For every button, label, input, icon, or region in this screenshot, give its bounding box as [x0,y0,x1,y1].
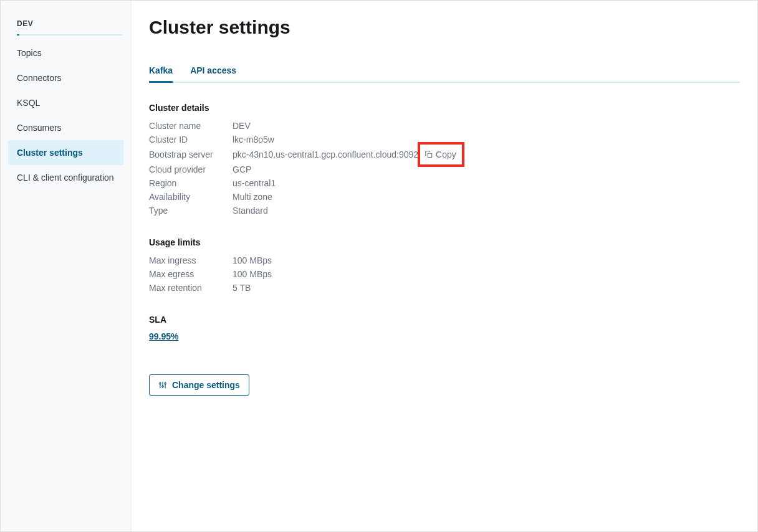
section-title: SLA [149,315,740,325]
tab-kafka[interactable]: Kafka [149,65,173,82]
section-title: Usage limits [149,237,740,247]
svg-point-5 [162,386,163,387]
kv-value: 100 MBps [233,267,272,281]
sidebar-item-cluster-settings[interactable]: Cluster settings [8,140,123,165]
row-region: Region us-central1 [149,176,740,190]
kv-label: Cluster ID [149,133,233,146]
kv-label: Max ingress [149,254,233,267]
kv-label: Type [149,204,233,217]
kv-value: GCP [233,163,251,176]
row-type: Type Standard [149,204,740,217]
sla-link[interactable]: 99.95% [149,331,178,341]
tabs: Kafka API access [149,65,740,83]
kv-label: Region [149,176,233,190]
copy-button[interactable]: Copy [422,146,459,163]
kv-label: Availability [149,190,233,204]
kv-label: Cloud provider [149,163,233,176]
settings-sliders-icon [158,381,167,389]
svg-rect-0 [428,153,431,157]
row-bootstrap-server: Bootstrap server pkc-43n10.us-central1.g… [149,146,740,163]
tab-api-access[interactable]: API access [190,65,236,82]
sidebar-item-label: CLI & client configuration [17,173,114,183]
section-cluster-details: Cluster details Cluster name DEV Cluster… [149,103,740,217]
main-content: Cluster settings Kafka API access Cluste… [132,1,757,531]
row-cluster-id: Cluster ID lkc-m8o5w [149,133,740,146]
kv-value: lkc-m8o5w [233,133,274,146]
copy-icon [425,150,433,159]
section-usage-limits: Usage limits Max ingress 100 MBps Max eg… [149,237,740,295]
page-title: Cluster settings [149,17,740,38]
kv-label: Max egress [149,267,233,281]
sidebar-item-label: Topics [17,48,42,58]
row-max-ingress: Max ingress 100 MBps [149,254,740,267]
svg-point-4 [160,383,161,384]
app-frame: DEV Topics Connectors KSQL Consumers Clu… [0,0,758,532]
sidebar-item-cli-client-config[interactable]: CLI & client configuration [1,165,131,190]
tab-label: API access [190,65,236,75]
sidebar-item-topics[interactable]: Topics [1,40,131,65]
sidebar-header-underline [17,34,122,36]
row-max-egress: Max egress 100 MBps [149,267,740,281]
kv-label: Max retention [149,281,233,295]
row-availability: Availability Multi zone [149,190,740,204]
sidebar-item-label: KSQL [17,98,40,108]
copy-label: Copy [436,148,456,161]
sidebar-item-consumers[interactable]: Consumers [1,115,131,140]
sidebar-item-label: Consumers [17,123,62,133]
kv-value: 100 MBps [233,254,272,267]
kv-value: 5 TB [233,281,251,295]
row-max-retention: Max retention 5 TB [149,281,740,295]
row-cluster-name: Cluster name DEV [149,119,740,133]
change-settings-button[interactable]: Change settings [149,374,249,396]
section-sla: SLA 99.95% [149,315,740,342]
sidebar-item-label: Cluster settings [17,148,83,158]
kv-value: Standard [233,204,268,217]
tab-label: Kafka [149,65,173,75]
kv-label: Bootstrap server [149,148,233,161]
sidebar: DEV Topics Connectors KSQL Consumers Clu… [1,1,132,531]
kv-value: pkc-43n10.us-central1.gcp.confluent.clou… [233,148,418,161]
sidebar-item-ksql[interactable]: KSQL [1,90,131,115]
kv-value: Multi zone [233,190,272,204]
section-title: Cluster details [149,103,740,113]
kv-value: DEV [233,119,251,133]
kv-value: us-central1 [233,176,276,190]
kv-label: Cluster name [149,119,233,133]
change-settings-label: Change settings [172,380,240,390]
sidebar-item-connectors[interactable]: Connectors [1,65,131,90]
sidebar-env-name: DEV [1,12,131,34]
svg-point-6 [165,383,166,384]
row-cloud-provider: Cloud provider GCP [149,163,740,176]
sidebar-item-label: Connectors [17,73,62,83]
